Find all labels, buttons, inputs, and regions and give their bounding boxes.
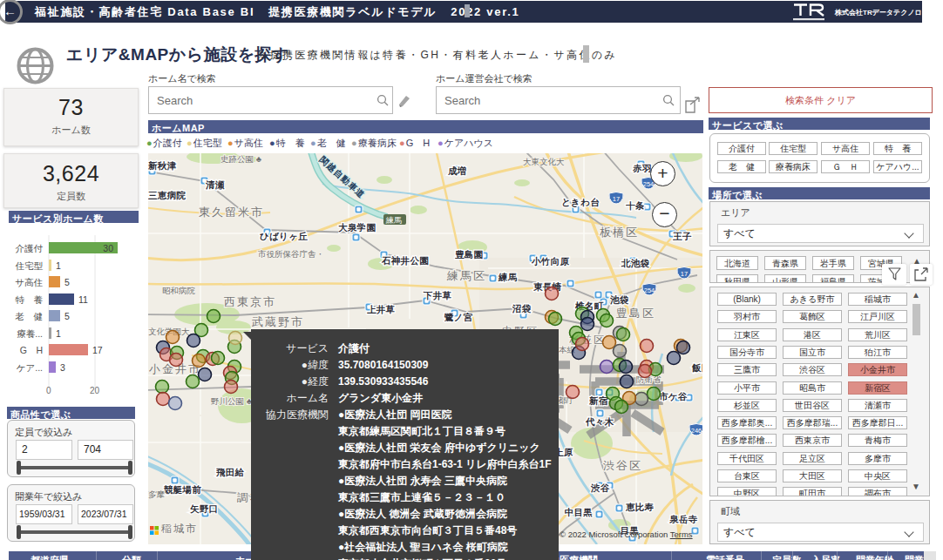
svg-text:サ高住: サ高住 <box>15 277 43 287</box>
svg-text:赤羽: 赤羽 <box>633 163 652 173</box>
svg-text:20: 20 <box>90 386 100 395</box>
svg-text:武蔵野市: 武蔵野市 <box>251 315 304 328</box>
svg-text:豊島園: 豊島園 <box>455 249 483 260</box>
svg-text:1: 1 <box>56 328 61 339</box>
svg-text:東久留米市: 東久留米市 <box>199 206 264 219</box>
svg-text:新宿: 新宿 <box>588 395 608 406</box>
svg-text:代々木: 代々木 <box>585 416 614 427</box>
svg-text:多摩: 多摩 <box>148 489 165 499</box>
svg-text:246: 246 <box>691 427 702 435</box>
svg-text:5: 5 <box>64 277 70 287</box>
svg-text:西東京市: 西東京市 <box>224 295 276 308</box>
svg-text:0: 0 <box>46 386 51 395</box>
svg-text:30: 30 <box>103 243 113 253</box>
svg-text:石神井公園: 石神井公園 <box>381 255 429 266</box>
svg-text:十条: 十条 <box>626 200 645 211</box>
svg-text:3: 3 <box>60 362 65 373</box>
svg-text:254: 254 <box>644 287 655 294</box>
svg-text:大泉学園: 大泉学園 <box>338 222 376 233</box>
svg-text:住宅型: 住宅型 <box>16 260 44 271</box>
svg-text:市ケ谷: 市ケ谷 <box>659 391 688 401</box>
svg-text:市役所保谷庁舎・: 市役所保谷庁舎・ <box>257 249 324 259</box>
svg-text:下井草: 下井草 <box>423 290 452 300</box>
svg-text:ケア...: ケア... <box>17 362 43 373</box>
svg-text:渋谷: 渋谷 <box>590 482 610 493</box>
svg-text:三恵病院: 三恵病院 <box>148 190 186 200</box>
svg-text:板橋区: 板橋区 <box>600 226 639 239</box>
svg-text:介護付: 介護付 <box>16 243 44 253</box>
svg-text:王子: 王子 <box>673 231 692 241</box>
svg-text:沼袋: 沼袋 <box>512 303 532 314</box>
svg-text:練馬区: 練馬区 <box>446 269 486 282</box>
svg-text:史跡公園 ♣: 史跡公園 ♣ <box>220 154 261 164</box>
svg-text:矢野口: 矢野口 <box>189 503 218 514</box>
svg-text:G H: G H <box>20 345 43 355</box>
svg-text:稲城市: 稲城市 <box>161 523 198 535</box>
svg-text:渋谷区: 渋谷区 <box>602 459 642 472</box>
svg-text:17: 17 <box>613 195 620 203</box>
svg-text:鷺ノ宮: 鷺ノ宮 <box>444 312 473 322</box>
svg-text:成増: 成増 <box>447 165 467 176</box>
svg-text:ときわ台: ときわ台 <box>561 197 600 208</box>
svg-text:野川公園 ♣: 野川公園 ♣ <box>211 396 252 406</box>
svg-text:大東文化大: 大東文化大 <box>523 157 565 166</box>
svg-text:清瀬: 清瀬 <box>205 179 225 190</box>
svg-text:老 健: 老 健 <box>15 311 44 321</box>
svg-text:療養...: 療養... <box>17 328 43 339</box>
svg-text:特 養: 特 養 <box>16 294 44 305</box>
svg-text:5: 5 <box>64 311 70 321</box>
svg-text:上井草: 上井草 <box>367 304 396 314</box>
svg-text:飯田: 飯田 <box>691 362 702 373</box>
svg-text:豊島区: 豊島区 <box>616 307 655 320</box>
svg-text:池袋: 池袋 <box>609 294 629 305</box>
svg-text:北池袋: 北池袋 <box>621 258 650 268</box>
svg-text:練馬: 練馬 <box>498 272 518 282</box>
svg-text:競艇場前: 競艇場前 <box>163 484 201 495</box>
svg-text:新秋津: 新秋津 <box>148 160 177 171</box>
svg-text:練馬: 練馬 <box>385 216 402 225</box>
svg-text:小竹向原: 小竹向原 <box>531 256 569 267</box>
svg-text:恵比寿: 恵比寿 <box>625 502 655 512</box>
svg-text:飛田給: 飛田給 <box>215 467 245 477</box>
svg-text:昭和病院: 昭和病院 <box>162 286 196 295</box>
svg-text:11: 11 <box>78 294 88 305</box>
svg-text:ひばりヶ丘: ひばりヶ丘 <box>260 231 308 241</box>
svg-text:17: 17 <box>681 270 688 278</box>
svg-text:1: 1 <box>56 260 61 271</box>
svg-text:中目黒: 中目黒 <box>565 507 593 517</box>
svg-text:17: 17 <box>92 345 103 355</box>
svg-text:泉岳寺: 泉岳寺 <box>668 514 698 524</box>
